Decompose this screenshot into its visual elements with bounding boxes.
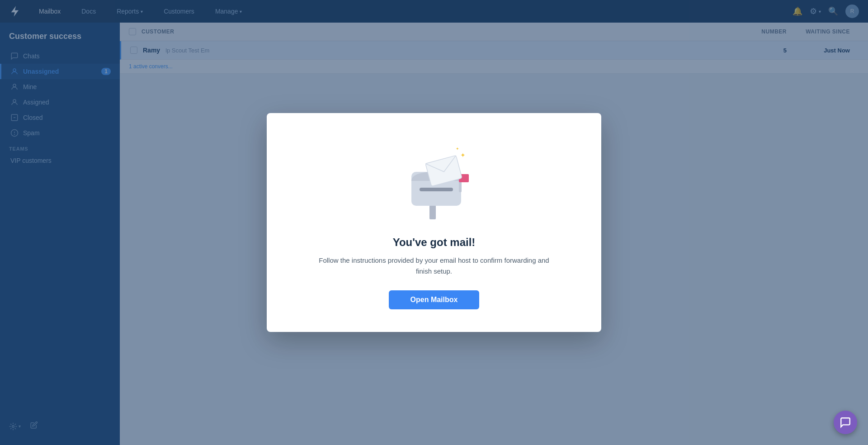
modal-title: You've got mail!: [393, 236, 476, 249]
modal-illustration: ✦ ✦: [389, 140, 479, 223]
svg-rect-13: [420, 188, 453, 191]
modal-body: Follow the instructions provided by your…: [316, 255, 552, 277]
open-mailbox-button[interactable]: Open Mailbox: [389, 290, 480, 309]
modal: ✦ ✦ You've got mail! Follow the instruct…: [267, 113, 601, 332]
modal-overlay: ✦ ✦ You've got mail! Follow the instruct…: [0, 0, 868, 445]
svg-text:✦: ✦: [460, 151, 466, 159]
chat-widget-button[interactable]: [834, 411, 857, 434]
svg-text:✦: ✦: [456, 147, 459, 151]
